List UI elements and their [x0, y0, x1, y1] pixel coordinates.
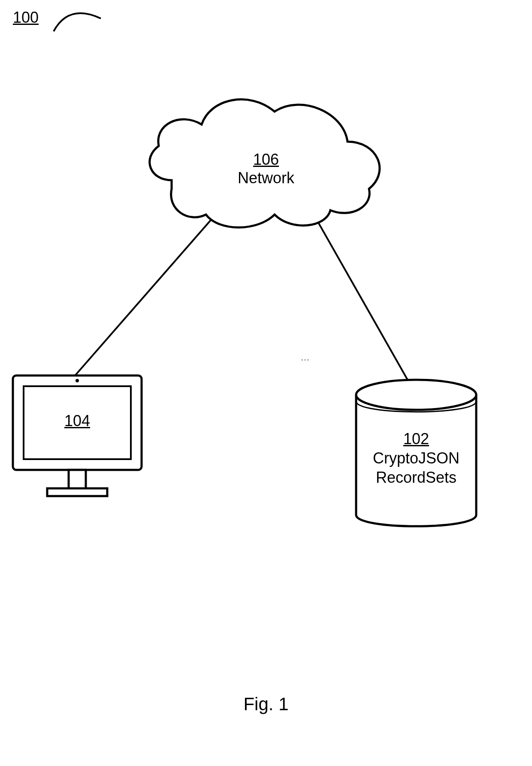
cloud-label-block: 106 Network — [0, 150, 532, 187]
figure-caption: Fig. 1 — [0, 694, 532, 715]
database-ref: 102 — [403, 430, 429, 448]
client-ref: 104 — [64, 412, 90, 430]
cloud-ref: 106 — [253, 151, 279, 168]
svg-point-7 — [356, 380, 476, 410]
diagram-canvas: 100 106 Network 104 1 — [0, 0, 532, 766]
svg-rect-6 — [47, 488, 107, 496]
cloud-label: Network — [238, 169, 294, 187]
database-label-block: 102 CryptoJSON RecordSets — [348, 429, 485, 487]
ellipsis: … — [300, 352, 312, 363]
diagram-svg — [0, 0, 532, 766]
svg-line-0 — [75, 206, 223, 375]
database-label-line2: RecordSets — [376, 469, 456, 486]
database-label-line1: CryptoJSON — [373, 449, 459, 467]
svg-point-4 — [76, 379, 79, 382]
svg-rect-5 — [69, 470, 86, 489]
monitor-icon — [13, 375, 142, 496]
svg-line-1 — [309, 206, 408, 380]
client-label-block: 104 — [13, 412, 142, 430]
